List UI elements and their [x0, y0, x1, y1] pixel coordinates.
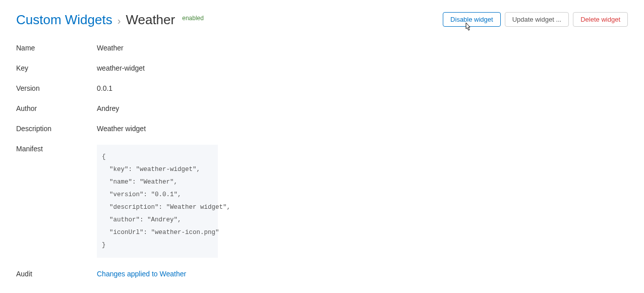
- name-label: Name: [16, 44, 97, 52]
- description-label: Description: [16, 125, 97, 133]
- author-value: Andrey: [97, 104, 119, 112]
- version-label: Version: [16, 84, 97, 92]
- status-badge: enabled: [182, 15, 204, 22]
- breadcrumb-separator: ›: [118, 15, 121, 27]
- breadcrumb-root[interactable]: Custom Widgets: [16, 12, 112, 28]
- key-value: weather-widget: [97, 64, 145, 72]
- disable-widget-button[interactable]: Disable widget: [443, 12, 501, 27]
- widget-details: Name Weather Key weather-widget Version …: [16, 44, 628, 278]
- name-value: Weather: [97, 44, 124, 52]
- audit-link[interactable]: Changes applied to Weather: [97, 270, 186, 278]
- delete-widget-button[interactable]: Delete widget: [573, 12, 628, 27]
- author-label: Author: [16, 104, 97, 112]
- manifest-value: { "key": "weather-widget", "name": "Weat…: [97, 145, 218, 258]
- page-title-area: Custom Widgets › Weather enabled: [16, 12, 204, 28]
- audit-label: Audit: [16, 270, 97, 278]
- key-label: Key: [16, 64, 97, 72]
- version-value: 0.0.1: [97, 84, 112, 92]
- action-buttons: Disable widget Update widget ... Delete …: [443, 12, 628, 27]
- update-widget-button[interactable]: Update widget ...: [505, 12, 569, 27]
- breadcrumb-current: Weather: [126, 12, 175, 28]
- description-value: Weather widget: [97, 125, 146, 133]
- manifest-label: Manifest: [16, 145, 97, 153]
